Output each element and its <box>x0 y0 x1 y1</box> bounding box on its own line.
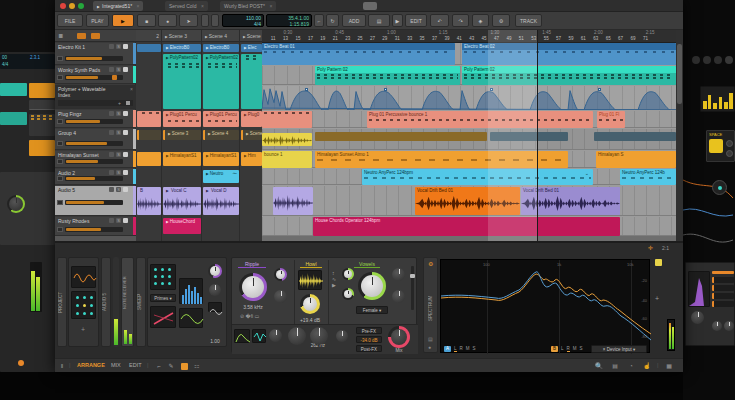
add-device-icon[interactable]: + <box>655 295 659 302</box>
env-curve-display[interactable] <box>234 329 250 343</box>
knob[interactable] <box>209 284 221 296</box>
launcher-clip[interactable]: Elec <box>241 44 262 52</box>
arranger-clip[interactable]: Poly Pattern 02 <box>315 66 460 85</box>
scene-header[interactable]: Scene 3 <box>162 30 201 42</box>
device-tab-audio5[interactable]: AUDIO 5 <box>101 257 111 347</box>
close-window-button[interactable] <box>60 3 66 9</box>
zoom-fit-icon[interactable]: ✛ <box>648 244 653 251</box>
solo-button[interactable]: S <box>116 67 121 72</box>
arranger-row-electro[interactable]: Electro Beat 01 Electro Beat 02 <box>262 43 676 65</box>
knob[interactable] <box>274 290 287 303</box>
spectrum-display[interactable]: 100 1k 10k -20 -40 -60 -80 A L R M S <box>440 259 650 353</box>
param-value[interactable]: 1.00 <box>206 338 224 344</box>
device-tab-sweep[interactable]: SWEEP <box>136 257 146 347</box>
arm-button[interactable] <box>123 170 128 175</box>
launcher-clip[interactable]: PolyPattern02 <box>203 54 239 109</box>
channel-s-button[interactable]: S <box>580 346 583 352</box>
track-row-audio-2[interactable]: Audio 2 S <box>55 169 136 185</box>
track-name[interactable]: Wonky Synth Pads <box>58 67 100 73</box>
close-icon[interactable]: × <box>603 347 606 352</box>
device-name-line2[interactable]: Index <box>58 92 70 98</box>
launcher-clip[interactable]: Neutro〜 <box>203 170 239 183</box>
arranger-clip[interactable] <box>594 132 676 141</box>
project-tab-active[interactable]: Integrated51* × <box>93 1 143 11</box>
arranger-row-wonky[interactable]: Poly Pattern 02 Poly Pattern 02 <box>262 66 676 85</box>
automation-curve-icon[interactable]: ⌐ <box>155 362 163 370</box>
arranger-clip[interactable] <box>262 111 312 128</box>
time-signature-value[interactable]: 4/4 <box>225 21 261 27</box>
mod-source-glyphs[interactable]: ↕∿▶ <box>332 270 336 288</box>
automation-lane[interactable] <box>262 86 676 110</box>
primes-dropdown[interactable]: Primes ▾ <box>150 294 176 302</box>
scene-header[interactable]: Scene <box>240 30 262 42</box>
scene-sub-header[interactable]: Scene <box>241 130 262 140</box>
time-value[interactable]: 1:15.819 <box>269 21 309 27</box>
spectrum-input-dropdown[interactable]: × Device Input ▾ <box>591 345 647 353</box>
play-menu-button[interactable]: PLAY <box>86 14 109 27</box>
preset-icon[interactable]: ▤ <box>428 336 433 342</box>
automation-curve[interactable] <box>262 86 676 110</box>
scene-sub-header[interactable] <box>137 130 161 140</box>
device-note-receiver[interactable]: NOTE RECEIVER <box>121 257 134 347</box>
vowels-dropdown[interactable]: Female ▾ <box>356 306 388 314</box>
launcher-clip[interactable]: B <box>137 187 161 215</box>
howl-value[interactable]: +19.4 dB <box>294 317 326 323</box>
track-name[interactable]: Himalayan Sunset <box>58 152 99 158</box>
mute-button[interactable] <box>109 187 114 192</box>
vowels-knob-ring[interactable] <box>358 272 386 300</box>
volume-fader[interactable] <box>65 200 123 205</box>
mute-button[interactable] <box>109 44 114 49</box>
play-from-start-button[interactable]: ▶ <box>392 14 403 27</box>
track-row-electro-kit[interactable]: Electro Kit 1 S <box>55 43 136 65</box>
automation-node[interactable] <box>305 88 308 91</box>
glyph-row[interactable]: ⊘ �fi ▭ <box>240 313 259 319</box>
knob-ring[interactable] <box>342 268 354 280</box>
mute-button[interactable] <box>109 152 114 157</box>
solo-button[interactable]: S <box>116 187 121 192</box>
arranger-clip[interactable]: Neutro AnyPerc 124b <box>620 169 676 185</box>
clock-icon[interactable]: ◔ <box>627 362 635 370</box>
track-row-wonky-synth[interactable]: Wonky Synth Pads S <box>55 66 136 84</box>
arm-button[interactable] <box>123 218 128 223</box>
knob-ring[interactable] <box>342 288 354 300</box>
stop-button[interactable]: ■ <box>137 14 156 27</box>
channel-s-button[interactable]: S <box>473 346 476 352</box>
arm-button[interactable] <box>123 111 128 116</box>
arranger-clip[interactable]: Plug 01 Fl <box>597 111 625 128</box>
arm-button[interactable] <box>123 187 128 192</box>
knob[interactable] <box>269 329 282 342</box>
menu-icon[interactable]: ≣ <box>58 32 63 39</box>
arranger-clip[interactable]: Electro Beat 01 <box>262 43 455 65</box>
arranger-row-rusty[interactable]: House Chords Operator 124bpm <box>262 217 676 236</box>
arm-button[interactable] <box>123 67 128 72</box>
spectrum-device-tab[interactable]: ⚙ SPECTRUM ▤ ● <box>423 257 438 353</box>
channel-r-button[interactable]: R <box>567 346 570 352</box>
spectrum-bars-display[interactable] <box>179 278 203 304</box>
solo-button[interactable]: S <box>116 44 121 49</box>
howl-wave-display[interactable] <box>298 270 322 290</box>
arranger-row-audio5[interactable]: Vocal Drift Bed 01 Vocal Drift Bed 01 <box>262 186 676 216</box>
mute-button[interactable] <box>109 67 114 72</box>
solo-button[interactable]: S <box>116 218 121 223</box>
redo-button[interactable]: ↷ <box>452 14 469 27</box>
snap-toggle-icon[interactable] <box>181 363 188 370</box>
channel-a-button[interactable]: A <box>444 346 451 352</box>
vertical-scrollbar[interactable] <box>676 30 683 241</box>
arranger-clip[interactable]: House Chords Operator 124bpm <box>313 217 620 236</box>
channel-l-button[interactable]: L <box>454 346 457 352</box>
time-selection[interactable] <box>488 30 537 241</box>
pen-tool-icon[interactable]: ✎ <box>167 362 175 370</box>
volume-fader[interactable] <box>65 119 123 124</box>
scope-display[interactable] <box>179 308 203 328</box>
launcher-clip[interactable]: Vocal D <box>203 187 239 215</box>
solo-button[interactable]: S <box>116 130 121 135</box>
channel-l-button[interactable]: L <box>561 346 564 352</box>
edit-menu-button[interactable]: EDIT <box>405 14 427 27</box>
position-display[interactable]: 35.4.1.00 1:15.819 <box>266 14 312 27</box>
device-panel-polymer[interactable]: Polymer + Wavetable Index × + <box>55 85 136 109</box>
track-row-group-4[interactable]: Group 4 S <box>55 129 136 150</box>
panel-toggle-icon[interactable]: ‖ <box>58 362 66 370</box>
scene-sub-header[interactable]: Scene 4 <box>203 130 239 140</box>
ripple-section-title[interactable]: Ripple <box>238 261 266 268</box>
arm-button[interactable] <box>123 44 128 49</box>
